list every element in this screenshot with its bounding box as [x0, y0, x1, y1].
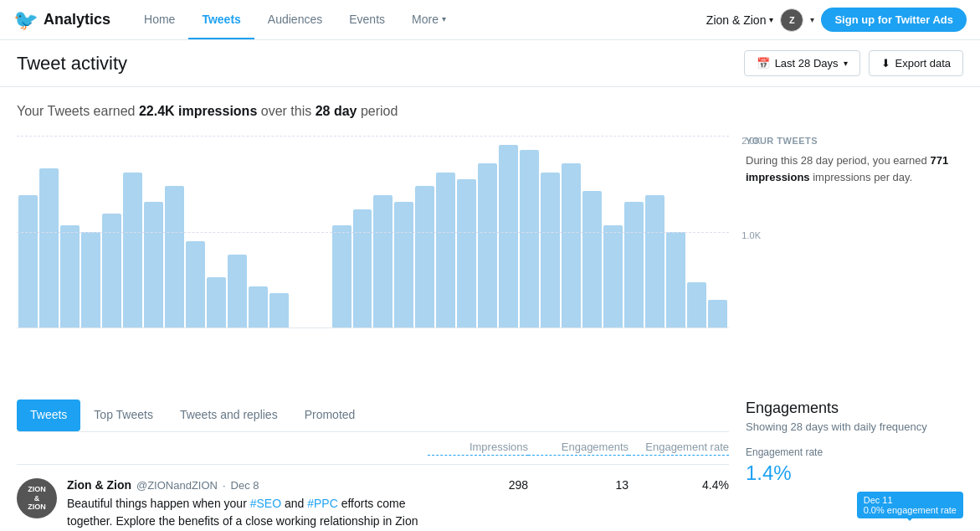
bar-impressions [269, 293, 289, 327]
nav-home[interactable]: Home [131, 1, 188, 39]
nav-audiences[interactable]: Audiences [254, 1, 336, 39]
bar-impressions [373, 195, 393, 327]
bar-group [102, 136, 121, 327]
engagements-panel: Engagements Showing 28 days with daily f… [746, 400, 963, 531]
signup-button[interactable]: Sign up for Twitter Ads [821, 8, 967, 32]
bars-area [17, 136, 729, 327]
bar-impressions [457, 179, 476, 327]
nav-events[interactable]: Events [336, 1, 398, 39]
bar-group [708, 136, 727, 327]
nav-tweets[interactable]: Tweets [188, 1, 254, 39]
your-tweets-panel: YOUR TWEETS During this 28 day period, y… [746, 136, 963, 379]
chart-section: 2.0K 1.0K Nov 19 Nov 26 Dec 3 Dec 10 [17, 136, 963, 379]
nav-more[interactable]: More ▾ [398, 1, 459, 39]
engagement-bar-group [436, 328, 455, 531]
bar-group [582, 136, 602, 327]
y-label-top: 2.0K [741, 136, 761, 146]
bar-group [478, 136, 497, 327]
engagement-bar-group [290, 328, 310, 531]
bar-group [436, 136, 455, 327]
bar-impressions [415, 186, 434, 327]
bar-group [165, 136, 184, 327]
bar-impressions [353, 209, 372, 327]
bar-group [394, 136, 413, 327]
engagement-bar-group [249, 328, 268, 531]
export-label: Export data [895, 57, 952, 70]
tooltip-value: 0.0% engagement rate [864, 505, 957, 515]
bar-chart: 2.0K 1.0K [17, 136, 729, 328]
bar-group [311, 136, 331, 327]
bar-impressions [60, 225, 80, 327]
bar-impressions [603, 225, 623, 327]
bar-impressions [102, 214, 121, 327]
twitter-logo-icon: 🐦 [13, 8, 38, 32]
impressions-summary: Your Tweets earned 22.4K impressions ove… [17, 104, 963, 119]
bar-impressions [186, 241, 205, 327]
engagement-bar-group [269, 328, 289, 531]
page-header: Tweet activity 📅 Last 28 Days ▾ ⬇ Export… [0, 40, 980, 87]
app-title: Analytics [44, 11, 110, 28]
bar-impressions [562, 163, 581, 327]
engagement-bar-group [624, 328, 644, 531]
engagement-bar-group [332, 328, 351, 531]
account-switcher[interactable]: Zion & Zion ▾ [706, 13, 774, 27]
summary-suffix: period [357, 104, 398, 118]
bar-group [249, 136, 268, 327]
engagement-rate-label: Engagement rate [746, 446, 963, 458]
date-picker-button[interactable]: 📅 Last 28 Days ▾ [744, 50, 860, 76]
nav-right-section: Zion & Zion ▾ Z ▾ Sign up for Twitter Ad… [706, 8, 967, 32]
chevron-down-icon: ▾ [442, 14, 446, 23]
bar-impressions [249, 286, 268, 327]
bar-impressions [687, 282, 706, 327]
bar-impressions [478, 163, 497, 327]
bar-group [123, 136, 142, 327]
bar-group [457, 136, 476, 327]
engagement-bar-group [562, 328, 581, 531]
engagement-bar-group [520, 328, 539, 531]
date-chevron-icon: ▾ [844, 59, 848, 68]
engagement-bar-group [499, 328, 518, 531]
bar-impressions [81, 232, 100, 327]
y-label-mid: 1.0K [741, 230, 761, 240]
engagements-title: Engagements [746, 400, 963, 417]
engagement-bar-group [353, 328, 372, 531]
bar-group [207, 136, 226, 327]
engagement-bar-group [687, 328, 706, 531]
bar-group [228, 136, 247, 327]
bar-impressions [708, 300, 727, 327]
bar-impressions [207, 277, 226, 327]
summary-days: 28 day [316, 104, 357, 118]
engagement-bar-group [311, 328, 331, 531]
desc-prefix: During this 28 day period, you earned [746, 154, 930, 167]
nav-links: Home Tweets Audiences Events More ▾ [131, 1, 706, 39]
avatar-chevron-icon[interactable]: ▾ [810, 15, 814, 24]
summary-middle: over this [257, 104, 315, 118]
bar-group [353, 136, 372, 327]
export-button[interactable]: ⬇ Export data [869, 50, 964, 76]
engagement-bar-group [708, 328, 727, 531]
bar-group [645, 136, 664, 327]
account-avatar[interactable]: Z [780, 8, 803, 32]
bar-group [81, 136, 100, 327]
engagement-rate-value: 1.4% [746, 461, 963, 485]
bar-impressions [165, 186, 184, 327]
bar-impressions [228, 255, 247, 327]
bar-impressions [499, 145, 518, 327]
bar-group [186, 136, 205, 327]
engagements-subtitle: Showing 28 days with daily frequency [746, 420, 963, 433]
bar-group [562, 136, 581, 327]
bar-impressions [394, 202, 413, 327]
engagement-bar-group [39, 328, 59, 531]
bar-impressions [332, 225, 351, 327]
bar-group [60, 136, 80, 327]
account-name: Zion & Zion [706, 13, 767, 27]
bar-impressions [39, 168, 59, 327]
bar-group [39, 136, 59, 327]
chart-container: 2.0K 1.0K Nov 19 Nov 26 Dec 3 Dec 10 [17, 136, 729, 379]
engagement-bar-group [645, 328, 664, 531]
bar-impressions [18, 195, 38, 327]
bar-group [144, 136, 163, 327]
engagement-bar-group [415, 328, 434, 531]
bar-impressions [666, 232, 685, 327]
bar-impressions [144, 202, 163, 327]
